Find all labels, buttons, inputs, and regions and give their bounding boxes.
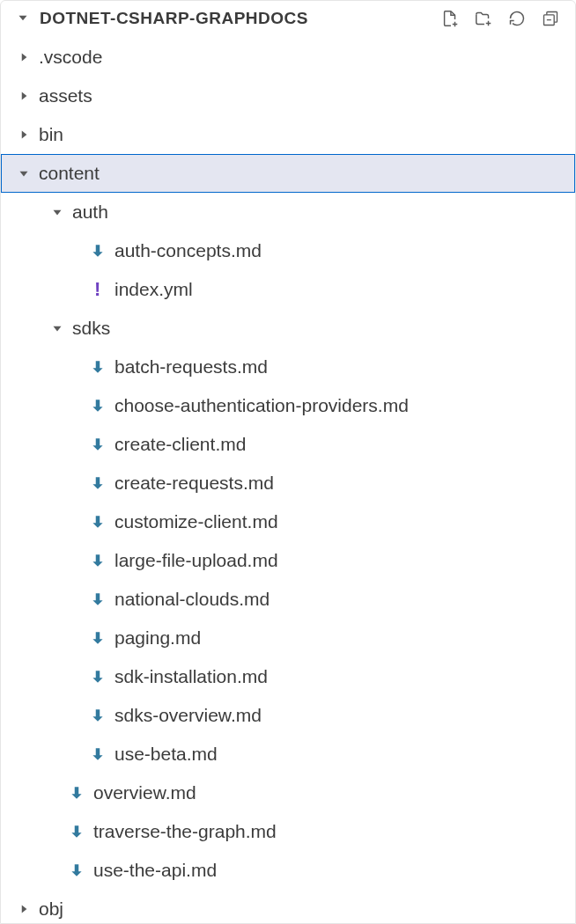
- file-label: traverse-the-graph.md: [93, 821, 277, 842]
- file-label: sdk-installation.md: [114, 666, 268, 687]
- folder-row[interactable]: assets: [1, 77, 575, 115]
- file-label: create-requests.md: [114, 473, 274, 494]
- md-file-icon: [88, 241, 107, 260]
- folder-label: bin: [33, 124, 63, 145]
- folder-label: auth: [67, 202, 108, 223]
- md-file-icon: [88, 435, 107, 454]
- project-title: DOTNET-CSHARP-GRAPHDOCS: [36, 9, 436, 28]
- file-label: national-clouds.md: [114, 589, 270, 610]
- file-row[interactable]: large-file-upload.md: [1, 541, 575, 580]
- file-label: index.yml: [114, 279, 193, 300]
- file-row[interactable]: overview.md: [1, 774, 575, 812]
- md-file-icon: [88, 667, 107, 686]
- file-label: auth-concepts.md: [114, 240, 262, 261]
- file-row[interactable]: traverse-the-graph.md: [1, 812, 575, 851]
- file-row[interactable]: use-beta.md: [1, 735, 575, 774]
- new-file-icon[interactable]: [439, 8, 461, 29]
- file-label: customize-client.md: [114, 511, 278, 532]
- file-label: use-the-api.md: [93, 860, 217, 881]
- file-label: paging.md: [114, 627, 201, 649]
- md-file-icon: [88, 473, 107, 493]
- new-folder-icon[interactable]: [473, 8, 494, 29]
- file-tree: .vscodeassetsbincontentauthauth-concepts…: [1, 36, 575, 924]
- file-row[interactable]: customize-client.md: [1, 502, 575, 541]
- svg-text:!: !: [94, 280, 100, 299]
- file-row[interactable]: batch-requests.md: [1, 348, 575, 386]
- file-row[interactable]: create-client.md: [1, 425, 575, 464]
- md-file-icon: [88, 590, 107, 609]
- folder-label: sdks: [67, 318, 110, 339]
- file-label: batch-requests.md: [114, 356, 268, 378]
- md-file-icon: [88, 706, 107, 725]
- file-label: use-beta.md: [114, 744, 218, 765]
- file-label: sdks-overview.md: [114, 705, 262, 726]
- file-row[interactable]: !index.yml: [1, 270, 575, 309]
- folder-row[interactable]: auth: [1, 193, 575, 231]
- md-file-icon: [88, 551, 107, 570]
- file-row[interactable]: create-requests.md: [1, 464, 575, 502]
- md-file-icon: [67, 783, 86, 803]
- yml-file-icon: !: [88, 280, 107, 299]
- chevron-down-icon[interactable]: [48, 319, 67, 338]
- folder-row[interactable]: obj: [1, 890, 575, 924]
- chevron-right-icon[interactable]: [14, 86, 33, 106]
- explorer-header: DOTNET-CSHARP-GRAPHDOCS: [1, 1, 575, 36]
- md-file-icon: [88, 628, 107, 648]
- md-file-icon: [67, 861, 86, 880]
- folder-row[interactable]: sdks: [1, 309, 575, 348]
- chevron-right-icon[interactable]: [14, 899, 33, 919]
- md-file-icon: [88, 396, 107, 415]
- md-file-icon: [88, 512, 107, 532]
- folder-row[interactable]: content: [1, 154, 575, 193]
- collapse-all-icon[interactable]: [540, 8, 561, 29]
- file-row[interactable]: auth-concepts.md: [1, 231, 575, 270]
- chevron-down-icon[interactable]: [48, 202, 67, 222]
- file-row[interactable]: paging.md: [1, 619, 575, 657]
- chevron-right-icon[interactable]: [14, 125, 33, 144]
- file-row[interactable]: choose-authentication-providers.md: [1, 386, 575, 425]
- chevron-right-icon[interactable]: [14, 48, 33, 67]
- folder-label: obj: [33, 898, 63, 920]
- md-file-icon: [67, 822, 86, 841]
- chevron-down-icon[interactable]: [13, 9, 33, 28]
- file-row[interactable]: national-clouds.md: [1, 580, 575, 619]
- md-file-icon: [88, 357, 107, 377]
- file-label: create-client.md: [114, 434, 246, 455]
- chevron-down-icon[interactable]: [14, 164, 33, 183]
- md-file-icon: [88, 744, 107, 764]
- file-label: large-file-upload.md: [114, 550, 278, 571]
- file-row[interactable]: use-the-api.md: [1, 851, 575, 890]
- folder-label: assets: [33, 85, 92, 106]
- file-row[interactable]: sdks-overview.md: [1, 696, 575, 735]
- folder-row[interactable]: .vscode: [1, 38, 575, 77]
- refresh-icon[interactable]: [506, 8, 528, 29]
- file-explorer: DOTNET-CSHARP-GRAPHDOCS .vscodeassetsbin…: [0, 0, 576, 924]
- folder-label: content: [33, 163, 100, 184]
- folder-row[interactable]: bin: [1, 115, 575, 154]
- header-actions: [439, 8, 566, 29]
- file-row[interactable]: sdk-installation.md: [1, 657, 575, 696]
- file-label: choose-authentication-providers.md: [114, 395, 409, 416]
- folder-label: .vscode: [33, 47, 102, 68]
- file-label: overview.md: [93, 782, 196, 803]
